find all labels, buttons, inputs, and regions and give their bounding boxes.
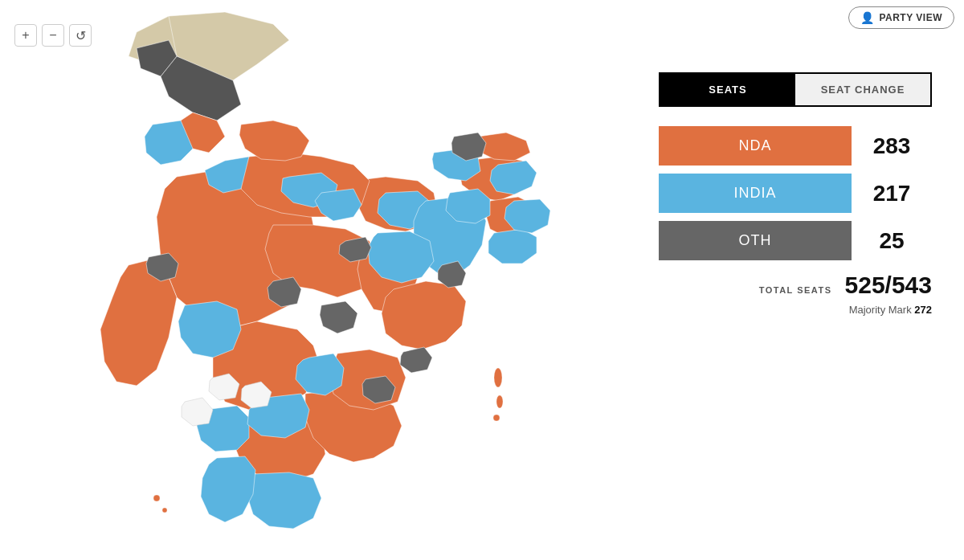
nda-label: NDA xyxy=(659,126,852,166)
svg-marker-32 xyxy=(490,161,537,194)
svg-marker-29 xyxy=(247,472,321,529)
seat-change-tab[interactable]: SEAT CHANGE xyxy=(795,74,930,105)
svg-marker-19 xyxy=(478,133,530,161)
svg-marker-16 xyxy=(239,121,309,161)
tab-toggle: SEATS SEAT CHANGE xyxy=(659,72,932,107)
svg-marker-30 xyxy=(201,456,255,522)
majority-label: Majority Mark xyxy=(849,304,912,316)
svg-marker-39 xyxy=(320,301,357,333)
svg-marker-13 xyxy=(382,281,466,349)
svg-marker-48 xyxy=(182,398,213,426)
party-view-button[interactable]: 👤 PARTY VIEW xyxy=(848,6,954,29)
svg-marker-27 xyxy=(178,301,241,358)
oth-seats: 25 xyxy=(852,228,932,254)
nda-seats: 283 xyxy=(852,133,932,159)
total-row: TOTAL SEATS 525/543 xyxy=(659,272,932,299)
majority-row: Majority Mark 272 xyxy=(659,304,932,316)
oth-label: OTH xyxy=(659,221,852,260)
svg-point-53 xyxy=(493,415,500,421)
svg-marker-34 xyxy=(488,229,537,264)
oth-row: OTH 25 xyxy=(659,221,932,260)
person-icon: 👤 xyxy=(860,11,875,24)
india-seats: 217 xyxy=(852,181,932,206)
seats-tab[interactable]: SEATS xyxy=(660,74,795,105)
total-value: 525/543 xyxy=(845,272,932,299)
svg-marker-42 xyxy=(400,347,432,373)
total-label: TOTAL SEATS xyxy=(759,285,832,295)
india-label: INDIA xyxy=(659,174,852,213)
party-view-label: PARTY VIEW xyxy=(879,12,942,23)
nda-row: NDA 283 xyxy=(659,126,932,166)
svg-point-50 xyxy=(162,508,167,513)
india-row: INDIA 217 xyxy=(659,174,932,213)
svg-point-49 xyxy=(153,495,160,501)
india-map xyxy=(0,0,602,560)
majority-value: 272 xyxy=(914,304,932,316)
svg-point-51 xyxy=(494,368,502,387)
map-container xyxy=(0,0,611,560)
svg-point-52 xyxy=(496,395,503,408)
panel: SEATS SEAT CHANGE NDA 283 INDIA 217 OTH … xyxy=(659,72,932,316)
